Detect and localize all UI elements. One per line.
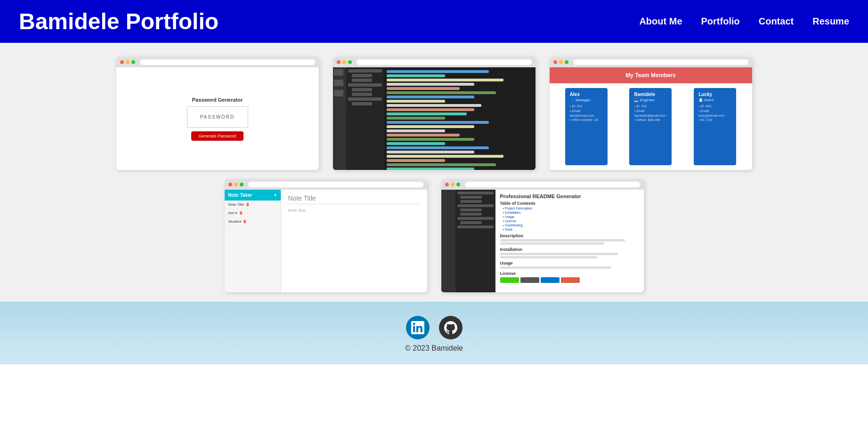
readme-file-line xyxy=(457,217,494,220)
code-line xyxy=(387,70,489,73)
badge-license xyxy=(500,277,519,283)
desc-line xyxy=(500,239,625,241)
url-bar-3 xyxy=(573,59,748,65)
readme-badges xyxy=(500,277,639,283)
code-line xyxy=(387,121,489,124)
readme-file-line xyxy=(457,192,494,194)
github-link[interactable] xyxy=(439,316,462,339)
code-line xyxy=(387,125,474,128)
card-note-taker[interactable]: Note Taker + Note Title🗑 Get it🗑 Student… xyxy=(225,179,427,292)
dot-yellow-4 xyxy=(234,183,238,186)
dot-yellow-3 xyxy=(559,60,563,64)
readme-file-line xyxy=(460,221,482,224)
code-line xyxy=(387,96,474,98)
linkedin-icon xyxy=(411,321,424,334)
note-item-2[interactable]: Get it🗑 xyxy=(225,209,281,217)
toc-item-4: • License xyxy=(500,219,639,223)
team-member-lucky: Lucky 📋 Intern • ID: 003• Email: lucky@e… xyxy=(694,88,736,165)
code-line xyxy=(387,138,474,141)
footer-copyright: © 2023 Bamidele xyxy=(405,344,463,353)
code-line xyxy=(387,155,503,158)
file-line xyxy=(352,88,372,91)
readme-file-line xyxy=(457,225,494,228)
code-line xyxy=(387,87,460,90)
footer: © 2023 Bamidele xyxy=(0,302,868,364)
browser-bar-4 xyxy=(225,179,427,190)
member-role-alex: 👤 Manager xyxy=(570,98,603,102)
github-icon xyxy=(444,321,457,334)
dot-green xyxy=(131,60,135,64)
vscode-file-tree xyxy=(346,67,384,170)
code-line xyxy=(387,151,474,153)
readme-usage-title: Usage xyxy=(500,261,639,265)
password-gen-body: Password Generator PASSWORD Generate Pas… xyxy=(116,67,319,170)
note-item-1[interactable]: Note Title🗑 xyxy=(225,201,281,209)
member-info-alex: • ID: 001• Email: alex@email.com• Office… xyxy=(570,104,603,122)
code-line xyxy=(387,146,489,149)
readme-file-line xyxy=(460,213,482,216)
delete-note-2-icon[interactable]: 🗑 xyxy=(239,211,243,215)
vscode-sidebar-icon-3 xyxy=(334,90,343,96)
readme-install-title: Installation xyxy=(500,247,639,252)
readme-gen-body: Professional README Generator Table of C… xyxy=(441,190,644,292)
card-password-generator[interactable]: Password Generator PASSWORD Generate Pas… xyxy=(116,57,319,170)
linkedin-link[interactable] xyxy=(406,316,430,339)
readme-file-tree xyxy=(455,190,495,292)
header: Bamidele Portfolio About Me Portfolio Co… xyxy=(0,0,868,43)
note-editor-title: Note Title xyxy=(288,194,420,204)
dot-yellow xyxy=(126,60,130,64)
nav-portfolio[interactable]: Portfolio xyxy=(701,16,740,27)
note-item-3[interactable]: Student🗑 xyxy=(225,217,281,226)
badge-status xyxy=(541,277,560,283)
dot-green-3 xyxy=(565,60,568,64)
url-bar-4 xyxy=(248,182,423,187)
dot-red-2 xyxy=(337,60,341,64)
generate-password-button[interactable]: Generate Password xyxy=(191,131,244,141)
readme-file-line xyxy=(460,200,482,203)
nav-resume[interactable]: Resume xyxy=(812,16,849,27)
nav-contact[interactable]: Contact xyxy=(759,16,794,27)
readme-toc-title: Table of Contents xyxy=(500,201,639,206)
card-readme-generator[interactable]: Professional README Generator Table of C… xyxy=(441,179,644,292)
desc-line xyxy=(500,242,604,245)
code-line xyxy=(387,104,482,107)
install-line xyxy=(500,256,598,258)
code-line xyxy=(387,74,445,77)
badge-version xyxy=(520,277,539,283)
browser-bar-2 xyxy=(333,57,535,67)
member-name-alex: Alex xyxy=(570,92,603,97)
dot-yellow-2 xyxy=(342,60,346,64)
code-line xyxy=(387,129,445,132)
readme-file-line xyxy=(460,196,482,199)
toc-item-3: • Usage xyxy=(500,215,639,218)
code-line xyxy=(387,142,445,145)
code-line xyxy=(387,108,474,111)
delete-note-1-icon[interactable]: 🗑 xyxy=(246,202,250,207)
note-editor-text: Note Text xyxy=(288,208,420,213)
card-team-members[interactable]: My Team Members Alex 👤 Manager • ID: 001… xyxy=(550,57,752,170)
file-line xyxy=(352,79,372,82)
code-line xyxy=(387,168,474,170)
code-line xyxy=(387,79,503,81)
footer-icons xyxy=(406,316,462,339)
delete-note-3-icon[interactable]: 🗑 xyxy=(243,219,247,224)
file-line xyxy=(348,69,382,72)
dot-green-5 xyxy=(456,183,460,186)
note-sidebar-header: Note Taker + xyxy=(225,190,281,201)
readme-content: Professional README Generator Table of C… xyxy=(495,190,644,292)
usage-line xyxy=(500,266,611,269)
code-line xyxy=(387,91,496,94)
url-bar-2 xyxy=(357,59,532,65)
nav-about[interactable]: About Me xyxy=(639,16,682,27)
dot-red-3 xyxy=(553,60,557,64)
dot-green-2 xyxy=(348,60,352,64)
note-sidebar-title: Note Taker xyxy=(228,193,252,198)
member-name-bamidele: Bamidele xyxy=(634,92,667,97)
url-bar-5 xyxy=(465,182,640,187)
vscode-sidebar xyxy=(333,67,346,170)
file-line xyxy=(348,97,382,101)
dot-green-4 xyxy=(240,183,243,186)
readme-license-title: License xyxy=(500,271,639,276)
card-vscode[interactable] xyxy=(333,57,535,170)
add-note-icon[interactable]: + xyxy=(274,193,277,198)
